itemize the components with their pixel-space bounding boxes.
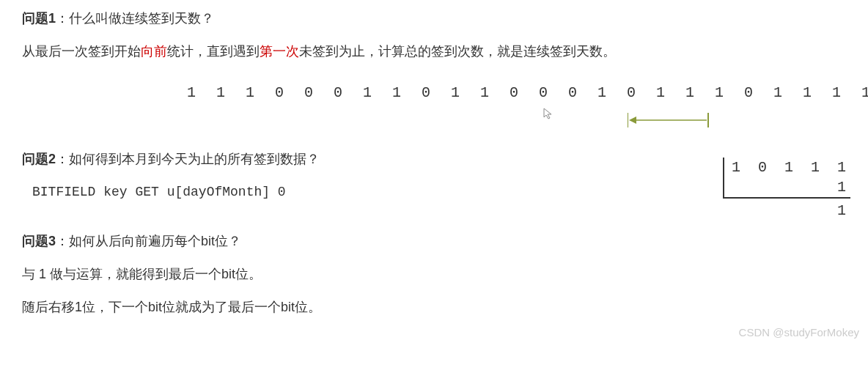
svg-marker-3 — [629, 116, 636, 124]
calc-result: 1 — [723, 199, 850, 222]
q1-desc-p2: 统计，直到遇到 — [167, 44, 260, 59]
cursor-and-arrow-row — [22, 110, 846, 136]
q3-line1: 与 1 做与运算，就能得到最后一个bit位。 — [22, 264, 846, 284]
q1-desc-p1: 从最后一次签到开始 — [22, 44, 141, 59]
calc-row-operand1: 1 0 1 1 1 — [723, 158, 850, 177]
q1-desc-red2: 第一次 — [260, 44, 299, 59]
q2-label: 问题2 — [22, 152, 56, 166]
q3-text: ：如何从后向前遍历每个bit位？ — [56, 234, 241, 248]
q1-desc-red1: 向前 — [141, 44, 167, 59]
bit-sequence: 1 1 1 0 0 0 1 1 0 1 1 0 0 0 1 0 1 1 1 0 … — [22, 82, 846, 104]
question-3: 问题3：如何从后向前遍历每个bit位？ — [22, 232, 846, 251]
q3-label: 问题3 — [22, 234, 56, 248]
watermark: CSDN @studyForMokey — [739, 325, 859, 341]
q1-description: 从最后一次签到开始向前统计，直到遇到第一次未签到为止，计算总的签到次数，就是连续… — [22, 42, 846, 62]
q1-text: ：什么叫做连续签到天数？ — [56, 11, 214, 26]
q1-desc-p3: 未签到为止，计算总的签到次数，就是连续签到天数。 — [299, 44, 616, 59]
q3-line2: 随后右移1位，下一个bit位就成为了最后一个bit位。 — [22, 297, 846, 317]
q2-text: ：如何得到本月到今天为止的所有签到数据？ — [56, 152, 320, 166]
question-1: 问题1：什么叫做连续签到天数？ — [22, 9, 846, 29]
arrow-left-icon — [628, 113, 713, 129]
q1-label: 问题1 — [22, 11, 56, 26]
calc-row-operand2: 1 — [723, 177, 850, 199]
cursor-icon — [543, 107, 553, 125]
side-calculation: 1 0 1 1 1 1 1 — [723, 158, 850, 222]
